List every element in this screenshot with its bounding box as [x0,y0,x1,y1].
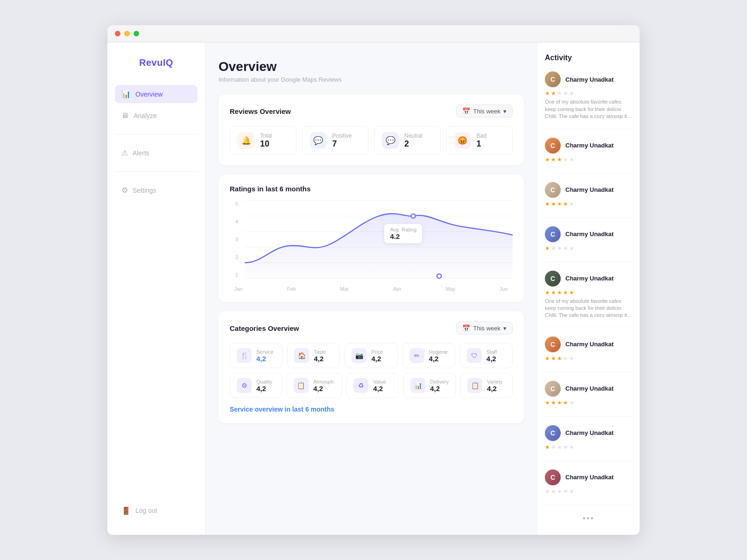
activity-item-4: CCharmy Unadkat★★★★★One of my absolute f… [545,271,632,328]
star-2-0: ★ [545,201,550,207]
activity-item-3: CCharmy Unadkat★★★★★ [545,226,632,262]
avatar-4: C [545,271,561,287]
chart-y-axis: 5 4 3 2 1 [230,197,238,281]
service-title-accent: Service [230,406,253,413]
atmosph-icon: 📋 [294,378,309,393]
star-7-2: ★ [557,444,562,450]
analyze-icon: 🖥 [121,112,129,120]
star-1-0: ★ [545,156,550,163]
stat-positive-value: 7 [332,139,352,149]
overview-icon: 📊 [121,90,131,98]
review-text-0: One of my absolute favorite cafes keep c… [545,98,632,120]
stat-bad-info: Bad 1 [477,133,486,149]
activity-user-7: CCharmy Unadkat [545,425,632,441]
avatar-0: C [545,71,561,87]
star-0-3: ★ [563,90,568,97]
star-8-0: ★ [545,488,550,495]
user-name-7: Charmy Unadkat [565,429,613,436]
page-subtitle: Information about your Google Maps Revie… [218,76,524,83]
reviews-week-label: This week [473,108,500,115]
fullscreen-dot[interactable] [134,31,139,36]
y-label-2: 2 [230,254,238,260]
value-cat-label: Value [373,379,386,385]
sidebar-item-alerts-label: Alerts [133,149,149,157]
quality-label: Quality [256,379,272,385]
stat-total-value: 10 [260,139,272,149]
star-1-3: ★ [563,156,568,163]
user-name-3: Charmy Unadkat [565,231,613,238]
month-feb: Feb [287,286,296,292]
activity-user-5: CCharmy Unadkat [545,336,632,352]
user-name-5: Charmy Unadkat [565,341,613,348]
stat-neutral-info: Neutral 2 [404,133,423,149]
sidebar-item-settings-label: Settings [133,187,156,194]
star-0-1: ★ [551,90,556,97]
reviews-overview-card: Reviews Overview 📅 This week ▾ 🔔 Total 1… [218,94,524,165]
taste-label: Taste [314,349,326,355]
service-icon: 🍴 [237,348,252,363]
activity-user-3: CCharmy Unadkat [545,226,632,242]
price-icon: 📷 [352,348,366,363]
sidebar-item-alerts[interactable]: ⚠ Alerts [115,144,197,162]
sidebar-item-analyze-label: Analyze [134,112,157,119]
stars-0: ★★★★★ [545,90,632,97]
stat-bad-label: Bad [477,133,486,139]
ratings-svg [245,197,513,281]
star-1-4: ★ [569,156,574,163]
month-may: May [445,286,455,292]
avatar-2: C [545,182,561,198]
logo: RevuIQ [115,57,197,68]
sidebar-item-settings[interactable]: ⚙ Settings [115,181,197,199]
star-4-3: ★ [563,289,568,296]
price-label: Price [371,349,383,355]
sidebar-bottom: 🚪 Log out [115,502,197,520]
hygiene-label: Hygiene [429,349,448,355]
stars-7: ★★★★★ [545,444,632,450]
y-label-1: 1 [230,272,238,278]
activity-item-1: CCharmy Unadkat★★★★★ [545,138,632,174]
more-icon[interactable]: ••• [545,514,632,524]
star-1-1: ★ [551,156,556,163]
categories-overview-card: Categories Overview 📅 This week ▾ 🍴 Serv… [218,311,524,423]
cat-atmosph: 📋 Atmosph. 4,2 [287,373,342,398]
sidebar-item-analyze[interactable]: 🖥 Analyze [115,107,197,125]
stars-2: ★★★★★ [545,201,632,207]
variety-icon: 📋 [467,378,482,393]
star-0-4: ★ [569,90,574,97]
star-6-4: ★ [569,399,574,406]
month-jan: Jan [234,286,243,292]
chart-body: Avg. Rating 4.2 [245,197,513,283]
star-2-3: ★ [563,201,568,207]
categories-week-selector[interactable]: 📅 This week ▾ [456,322,513,335]
close-dot[interactable] [115,31,120,36]
activity-user-1: CCharmy Unadkat [545,138,632,154]
stars-6: ★★★★★ [545,399,632,406]
stars-8: ★★★★★ [545,488,632,495]
star-6-2: ★ [557,399,562,406]
activity-item-2: CCharmy Unadkat★★★★★ [545,182,632,218]
cat-taste: 🏠 Taste 4,2 [287,343,340,368]
service-label: Service [256,349,274,355]
avatar-8: C [545,469,561,485]
quality-icon: ⚙ [237,378,252,393]
minimize-dot[interactable] [124,31,130,36]
star-5-2: ★ [557,355,562,362]
star-7-0: ★ [545,444,550,450]
stat-bad-icon: 😡 [454,132,471,149]
hygiene-icon: ✏ [409,348,424,363]
reviews-week-selector[interactable]: 📅 This week ▾ [456,105,513,118]
categories-row-1: 🍴 Service 4,2 🏠 Taste 4,2 [230,343,513,368]
stat-bad-value: 1 [477,139,486,149]
cat-variety: 📋 Variety 4,2 [460,373,513,398]
taste-value: 4,2 [314,355,326,363]
staff-icon: 🛡 [467,348,482,363]
cat-value: ♻ Value 4,2 [346,373,399,398]
alerts-icon: ⚠ [121,148,128,157]
sidebar-item-overview[interactable]: 📊 Overview [115,85,197,103]
reviews-overview-header: Reviews Overview 📅 This week ▾ [230,105,513,118]
user-name-1: Charmy Unadkat [565,142,613,149]
stars-4: ★★★★★ [545,289,632,296]
activity-item-5: CCharmy Unadkat★★★★★ [545,336,632,372]
sidebar-item-overview-label: Overview [135,91,162,98]
sidebar-item-logout[interactable]: 🚪 Log out [115,502,197,520]
